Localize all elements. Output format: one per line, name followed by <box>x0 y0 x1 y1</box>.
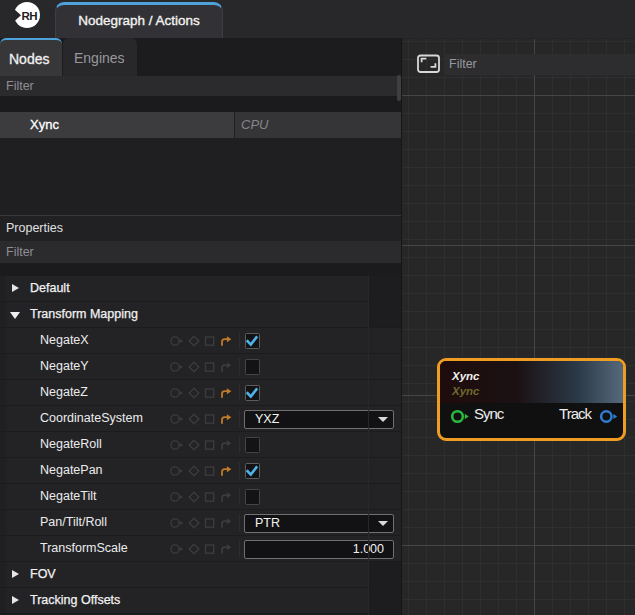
svg-text:RH: RH <box>22 10 38 22</box>
